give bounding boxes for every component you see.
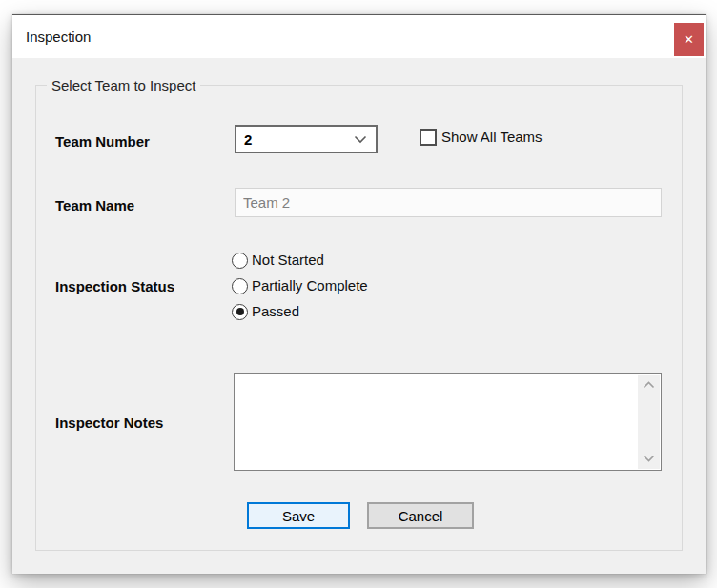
inspector-notes-textarea[interactable] [236, 375, 637, 469]
team-name-input[interactable] [235, 188, 662, 217]
chevron-down-icon [354, 135, 376, 144]
save-button-label: Save [282, 508, 315, 524]
checkbox-icon [420, 129, 437, 146]
inspector-notes-label: Inspector Notes [55, 415, 163, 431]
show-all-teams-checkbox[interactable]: Show All Teams [420, 129, 543, 146]
save-button[interactable]: Save [247, 502, 350, 529]
scroll-down-icon[interactable] [638, 448, 660, 469]
team-number-dropdown[interactable]: 2 [235, 125, 378, 153]
inspection-dialog: Inspection ✕ Select Team to Inspect Team… [12, 14, 706, 574]
scroll-up-icon[interactable] [638, 375, 660, 395]
radio-partially-complete-label: Partially Complete [248, 277, 368, 294]
title-bar[interactable]: Inspection ✕ [12, 15, 706, 58]
radio-icon [232, 278, 248, 294]
cancel-button[interactable]: Cancel [367, 502, 474, 529]
groupbox-legend: Select Team to Inspect [47, 76, 200, 94]
radio-not-started[interactable]: Not Started [232, 252, 324, 269]
inspector-notes-box [234, 373, 662, 471]
radio-passed[interactable]: Passed [232, 303, 299, 320]
team-number-value: 2 [236, 132, 354, 148]
radio-partially-complete[interactable]: Partially Complete [232, 277, 368, 294]
team-name-label: Team Name [55, 197, 134, 213]
window-title: Inspection [26, 15, 91, 58]
radio-icon [232, 304, 248, 320]
show-all-teams-label: Show All Teams [437, 129, 543, 146]
notes-scrollbar[interactable] [638, 375, 660, 469]
radio-icon [232, 253, 248, 269]
inspection-status-label: Inspection Status [55, 278, 174, 294]
cancel-button-label: Cancel [399, 508, 443, 524]
close-button[interactable]: ✕ [674, 23, 704, 56]
team-number-label: Team Number [55, 133, 150, 150]
select-team-groupbox: Select Team to Inspect [35, 85, 683, 551]
radio-not-started-label: Not Started [248, 252, 324, 269]
close-icon: ✕ [684, 32, 694, 47]
radio-passed-label: Passed [248, 303, 299, 320]
